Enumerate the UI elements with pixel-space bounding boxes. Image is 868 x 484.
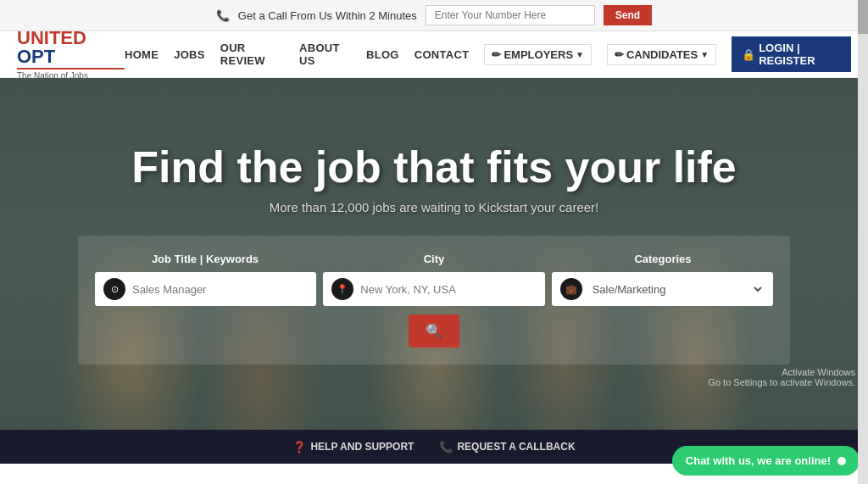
categories-label: Categories [553,253,773,265]
windows-notice: Activate Windows Go to Settings to activ… [708,367,855,387]
employers-label: EMPLOYERS [504,48,573,61]
keyword-icon: ⊙ [103,278,125,300]
hero-title: Find the job that fits your life [17,143,851,192]
chevron-down2-icon: ▼ [700,50,709,59]
search-box: Job Title | Keywords City Categories ⊙ 📍… [78,236,790,364]
chat-bubble[interactable]: Chat with us, we are online! [672,446,860,476]
keyword-label: Job Title | Keywords [95,253,315,265]
hero-section: Find the job that fits your life More th… [0,78,868,430]
search-btn-row: 🔍 [95,314,773,348]
candidates-label: CANDIDATES [626,48,698,61]
nav-home[interactable]: HOME [125,48,159,61]
nav-blog[interactable]: BLOG [366,48,399,61]
callback-label: REQUEST A CALLBACK [457,441,575,453]
search-button[interactable]: 🔍 [409,314,459,348]
search-inputs: ⊙ 📍 💼 Sale/Marketing All Categories IT/T… [95,272,773,306]
city-label: City [324,253,544,265]
hero-subtitle: More than 12,000 jobs are waiting to Kic… [17,200,851,214]
candidates-dropdown[interactable]: ✏ CANDIDATES ▼ [607,44,716,65]
lock-icon: 🔒 [742,48,755,61]
keyword-input[interactable] [132,283,308,296]
phone-input[interactable] [426,5,595,25]
login-button[interactable]: 🔒 LOGIN | REGISTER [732,36,851,72]
callback-icon: 📞 [439,441,453,453]
send-button[interactable]: Send [604,5,652,25]
logo-opt: OPT [17,46,55,67]
nav-about-us[interactable]: ABOUT US [299,42,340,67]
keyword-field: ⊙ [95,272,316,306]
chevron-down-icon: ▼ [576,50,584,59]
help-label: HELP AND SUPPORT [310,441,414,453]
phone-icon: 📞 [216,9,230,22]
employers-dropdown[interactable]: ✏ EMPLOYERS ▼ [484,44,592,65]
logo[interactable]: UNITED OPT The Nation of Jobs [17,29,125,81]
city-input[interactable] [360,283,536,296]
windows-line2: Go to Settings to activate Windows. [708,377,855,387]
navbar: UNITED OPT The Nation of Jobs HOME JOBS … [0,31,868,78]
chat-label: Chat with us, we are online! [686,454,831,467]
scrollbar-thumb[interactable] [858,0,868,34]
location-icon: 📍 [331,278,353,300]
nav-jobs[interactable]: JOBS [174,48,205,61]
category-select[interactable]: Sale/Marketing All Categories IT/Technol… [589,282,765,297]
city-field: 📍 [323,272,544,306]
edit2-icon: ✏ [615,48,624,61]
hero-content: Find the job that fits your life More th… [0,143,868,364]
briefcase-icon: 💼 [560,278,582,300]
help-support[interactable]: ❓ HELP AND SUPPORT [292,441,414,453]
category-field: 💼 Sale/Marketing All Categories IT/Techn… [552,272,773,306]
help-icon: ❓ [292,441,306,453]
login-label: LOGIN | REGISTER [759,42,841,67]
edit-icon: ✏ [492,48,501,61]
search-labels: Job Title | Keywords City Categories [95,253,773,265]
request-callback[interactable]: 📞 REQUEST A CALLBACK [439,441,575,453]
nav-links: HOME JOBS OUR REVIEW ABOUT US BLOG CONTA… [125,36,851,72]
scrollbar[interactable] [858,0,868,484]
nav-our-review[interactable]: OUR REVIEW [220,42,265,67]
call-text: Get a Call From Us Within 2 Minutes [238,9,417,22]
windows-line1: Activate Windows [708,367,855,377]
top-bar: 📞 Get a Call From Us Within 2 Minutes Se… [0,0,868,31]
chat-dot [837,457,846,465]
nav-contact[interactable]: CONTACT [415,48,470,61]
